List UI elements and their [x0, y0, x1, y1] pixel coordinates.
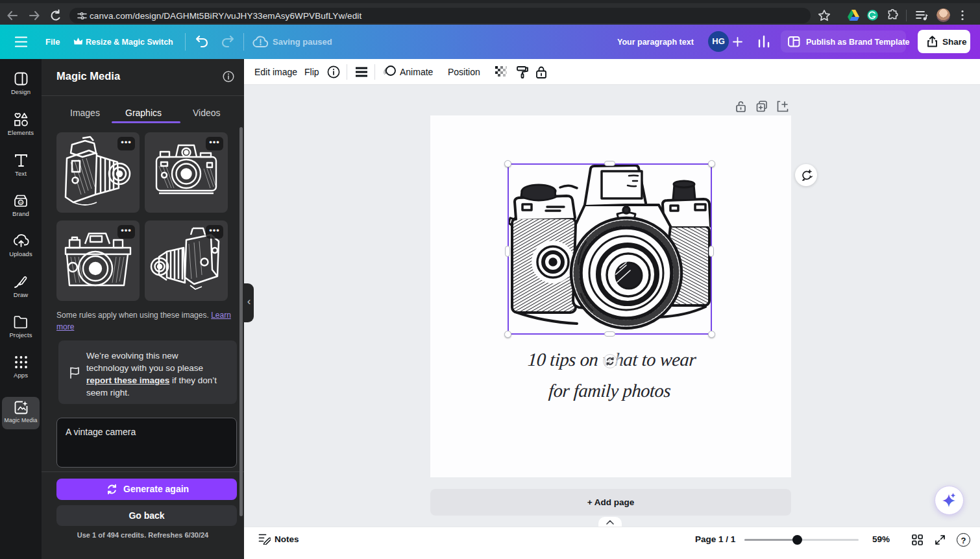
svg-text:co: co	[19, 201, 23, 204]
